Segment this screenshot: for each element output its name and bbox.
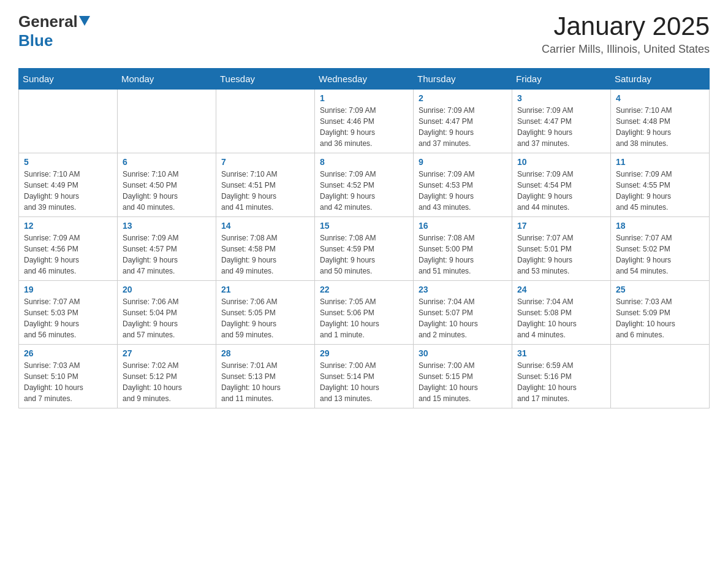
calendar-cell: 29Sunrise: 7:00 AM Sunset: 5:14 PM Dayli…: [315, 345, 414, 408]
day-info: Sunrise: 7:09 AM Sunset: 4:47 PM Dayligh…: [517, 105, 605, 149]
day-info: Sunrise: 7:03 AM Sunset: 5:10 PM Dayligh…: [24, 360, 112, 404]
day-number: 25: [616, 285, 704, 294]
day-info: Sunrise: 7:02 AM Sunset: 5:12 PM Dayligh…: [123, 360, 211, 404]
calendar-cell: 14Sunrise: 7:08 AM Sunset: 4:58 PM Dayli…: [216, 217, 315, 281]
day-info: Sunrise: 7:09 AM Sunset: 4:55 PM Dayligh…: [616, 169, 704, 213]
logo-blue-text: Blue: [18, 31, 53, 50]
day-number: 4: [616, 93, 704, 103]
calendar-cell: 24Sunrise: 7:04 AM Sunset: 5:08 PM Dayli…: [512, 281, 611, 345]
day-number: 8: [320, 157, 408, 167]
day-info: Sunrise: 7:06 AM Sunset: 5:04 PM Dayligh…: [123, 296, 211, 340]
calendar-header-friday: Friday: [512, 69, 611, 90]
calendar-cell: 22Sunrise: 7:05 AM Sunset: 5:06 PM Dayli…: [315, 281, 414, 345]
day-info: Sunrise: 7:01 AM Sunset: 5:13 PM Dayligh…: [221, 360, 309, 404]
calendar-header-thursday: Thursday: [414, 69, 512, 90]
day-info: Sunrise: 7:03 AM Sunset: 5:09 PM Dayligh…: [616, 296, 704, 340]
calendar-header-wednesday: Wednesday: [315, 69, 414, 90]
day-info: Sunrise: 7:04 AM Sunset: 5:07 PM Dayligh…: [419, 296, 507, 340]
calendar-cell: [19, 90, 118, 153]
day-number: 3: [517, 93, 605, 103]
calendar-cell: 2Sunrise: 7:09 AM Sunset: 4:47 PM Daylig…: [414, 90, 512, 153]
day-info: Sunrise: 7:07 AM Sunset: 5:01 PM Dayligh…: [517, 232, 605, 277]
day-number: 18: [616, 221, 704, 231]
day-info: Sunrise: 7:09 AM Sunset: 4:54 PM Dayligh…: [517, 169, 605, 213]
day-number: 13: [123, 221, 211, 231]
calendar-cell: 18Sunrise: 7:07 AM Sunset: 5:02 PM Dayli…: [611, 217, 710, 281]
calendar-cell: 4Sunrise: 7:10 AM Sunset: 4:48 PM Daylig…: [611, 90, 710, 153]
day-number: 6: [123, 157, 211, 167]
day-number: 31: [517, 348, 605, 358]
calendar-cell: 16Sunrise: 7:08 AM Sunset: 5:00 PM Dayli…: [414, 217, 512, 281]
day-info: Sunrise: 7:10 AM Sunset: 4:48 PM Dayligh…: [616, 105, 704, 149]
calendar-cell: 7Sunrise: 7:10 AM Sunset: 4:51 PM Daylig…: [216, 153, 315, 217]
calendar-cell: 6Sunrise: 7:10 AM Sunset: 4:50 PM Daylig…: [118, 153, 216, 217]
day-info: Sunrise: 7:09 AM Sunset: 4:52 PM Dayligh…: [320, 169, 408, 213]
day-info: Sunrise: 7:09 AM Sunset: 4:57 PM Dayligh…: [123, 232, 211, 277]
calendar-week-row: 19Sunrise: 7:07 AM Sunset: 5:03 PM Dayli…: [19, 281, 710, 345]
day-number: 26: [24, 348, 112, 358]
day-number: 27: [123, 348, 211, 358]
calendar-cell: 1Sunrise: 7:09 AM Sunset: 4:46 PM Daylig…: [315, 90, 414, 153]
calendar-cell: 27Sunrise: 7:02 AM Sunset: 5:12 PM Dayli…: [118, 345, 216, 408]
day-info: Sunrise: 7:08 AM Sunset: 5:00 PM Dayligh…: [419, 232, 507, 277]
calendar-cell: 25Sunrise: 7:03 AM Sunset: 5:09 PM Dayli…: [611, 281, 710, 345]
day-info: Sunrise: 7:10 AM Sunset: 4:49 PM Dayligh…: [24, 169, 112, 213]
day-number: 22: [320, 285, 408, 294]
day-info: Sunrise: 6:59 AM Sunset: 5:16 PM Dayligh…: [517, 360, 605, 404]
calendar-header-monday: Monday: [118, 69, 216, 90]
day-number: 14: [221, 221, 309, 231]
calendar-cell: 11Sunrise: 7:09 AM Sunset: 4:55 PM Dayli…: [611, 153, 710, 217]
day-number: 10: [517, 157, 605, 167]
calendar-cell: 23Sunrise: 7:04 AM Sunset: 5:07 PM Dayli…: [414, 281, 512, 345]
calendar-cell: 31Sunrise: 6:59 AM Sunset: 5:16 PM Dayli…: [512, 345, 611, 408]
calendar-cell: 20Sunrise: 7:06 AM Sunset: 5:04 PM Dayli…: [118, 281, 216, 345]
day-info: Sunrise: 7:10 AM Sunset: 4:51 PM Dayligh…: [221, 169, 309, 213]
day-number: 2: [419, 93, 507, 103]
day-info: Sunrise: 7:05 AM Sunset: 5:06 PM Dayligh…: [320, 296, 408, 340]
calendar-cell: 9Sunrise: 7:09 AM Sunset: 4:53 PM Daylig…: [414, 153, 512, 217]
day-info: Sunrise: 7:09 AM Sunset: 4:47 PM Dayligh…: [419, 105, 507, 149]
logo-general-text: General: [18, 12, 78, 31]
day-number: 30: [419, 348, 507, 358]
calendar-cell: 8Sunrise: 7:09 AM Sunset: 4:52 PM Daylig…: [315, 153, 414, 217]
calendar-header-tuesday: Tuesday: [216, 69, 315, 90]
calendar-table: SundayMondayTuesdayWednesdayThursdayFrid…: [18, 68, 710, 408]
day-info: Sunrise: 7:04 AM Sunset: 5:08 PM Dayligh…: [517, 296, 605, 340]
calendar-header-saturday: Saturday: [611, 69, 710, 90]
page-title: January 2025: [542, 12, 710, 40]
logo: General Blue: [18, 12, 90, 50]
day-number: 11: [616, 157, 704, 167]
day-info: Sunrise: 7:09 AM Sunset: 4:53 PM Dayligh…: [419, 169, 507, 213]
day-info: Sunrise: 7:10 AM Sunset: 4:50 PM Dayligh…: [123, 169, 211, 213]
calendar-cell: 3Sunrise: 7:09 AM Sunset: 4:47 PM Daylig…: [512, 90, 611, 153]
calendar-cell: 13Sunrise: 7:09 AM Sunset: 4:57 PM Dayli…: [118, 217, 216, 281]
day-number: 19: [24, 285, 112, 294]
day-info: Sunrise: 7:08 AM Sunset: 4:59 PM Dayligh…: [320, 232, 408, 277]
day-number: 16: [419, 221, 507, 231]
calendar-header-sunday: Sunday: [19, 69, 118, 90]
calendar-week-row: 26Sunrise: 7:03 AM Sunset: 5:10 PM Dayli…: [19, 345, 710, 408]
calendar-cell: 17Sunrise: 7:07 AM Sunset: 5:01 PM Dayli…: [512, 217, 611, 281]
day-number: 23: [419, 285, 507, 294]
calendar-header-row: SundayMondayTuesdayWednesdayThursdayFrid…: [19, 69, 710, 90]
day-number: 15: [320, 221, 408, 231]
day-number: 7: [221, 157, 309, 167]
logo-triangle-icon: [79, 16, 90, 28]
day-number: 28: [221, 348, 309, 358]
calendar-cell: 5Sunrise: 7:10 AM Sunset: 4:49 PM Daylig…: [19, 153, 118, 217]
svg-marker-0: [79, 16, 90, 26]
calendar-cell: 21Sunrise: 7:06 AM Sunset: 5:05 PM Dayli…: [216, 281, 315, 345]
calendar-cell: 15Sunrise: 7:08 AM Sunset: 4:59 PM Dayli…: [315, 217, 414, 281]
day-number: 29: [320, 348, 408, 358]
day-number: 5: [24, 157, 112, 167]
day-number: 1: [320, 93, 408, 103]
day-info: Sunrise: 7:06 AM Sunset: 5:05 PM Dayligh…: [221, 296, 309, 340]
day-info: Sunrise: 7:00 AM Sunset: 5:14 PM Dayligh…: [320, 360, 408, 404]
header: General Blue January 2025 Carrier Mills,…: [18, 12, 710, 56]
calendar-week-row: 1Sunrise: 7:09 AM Sunset: 4:46 PM Daylig…: [19, 90, 710, 153]
day-number: 20: [123, 285, 211, 294]
day-info: Sunrise: 7:09 AM Sunset: 4:56 PM Dayligh…: [24, 232, 112, 277]
title-area: January 2025 Carrier Mills, Illinois, Un…: [542, 12, 710, 56]
calendar-cell: 10Sunrise: 7:09 AM Sunset: 4:54 PM Dayli…: [512, 153, 611, 217]
day-info: Sunrise: 7:09 AM Sunset: 4:46 PM Dayligh…: [320, 105, 408, 149]
